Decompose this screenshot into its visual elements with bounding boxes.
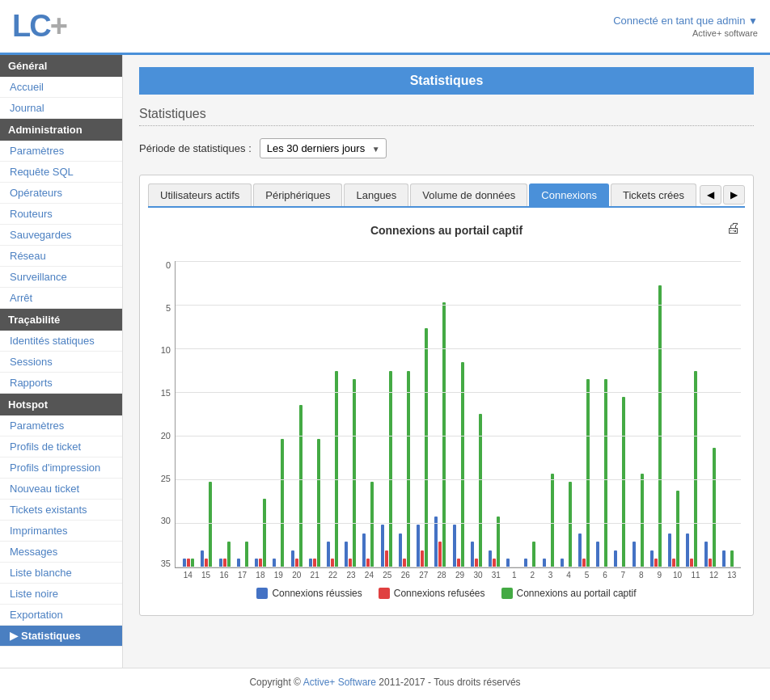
sidebar-item-operateurs[interactable]: Opérateurs: [0, 183, 122, 204]
sidebar-item-requete-sql[interactable]: Requête SQL: [0, 162, 122, 183]
connected-text[interactable]: Connecté en tant que admin: [613, 15, 745, 27]
sidebar-item-arret[interactable]: Arrêt: [0, 288, 122, 309]
sidebar-item-accueil[interactable]: Accueil: [0, 77, 122, 98]
sidebar-item-liste-noire[interactable]: Liste noire: [0, 584, 122, 605]
day-group: [719, 550, 737, 567]
day-group: [665, 491, 683, 567]
bar-blue: [309, 559, 312, 567]
dropdown-arrow[interactable]: ▼: [748, 15, 758, 27]
day-group: [324, 371, 341, 567]
bar-green: [658, 285, 662, 567]
day-group: [197, 482, 215, 567]
content: Statistiques Statistiques Période de sta…: [123, 55, 770, 668]
tabs-container: Utilisateurs actifs Périphériques Langue…: [139, 175, 754, 616]
y-axis-label: 10: [152, 346, 171, 355]
x-axis-label: 24: [360, 571, 378, 580]
bar-green: [569, 482, 572, 567]
bar-green: [227, 542, 231, 567]
tab-tickets-crees[interactable]: Tickets crées: [611, 183, 696, 206]
sidebar-item-messages[interactable]: Messages: [0, 542, 122, 563]
bar-green: [263, 499, 266, 567]
bar-red: [654, 559, 658, 567]
x-axis-label: 17: [233, 571, 251, 580]
y-axis: 35302520151050: [152, 261, 175, 568]
bar-red: [690, 559, 693, 567]
sidebar-item-sessions[interactable]: Sessions: [0, 352, 122, 373]
x-axis-label: 5: [578, 571, 595, 580]
legend-refusees: Connexions refusées: [379, 588, 485, 599]
x-axis-label: 3: [541, 571, 559, 580]
bar-blue: [668, 533, 671, 567]
tab-peripheriques[interactable]: Périphériques: [253, 183, 342, 206]
bar-blue: [578, 533, 582, 567]
day-group: [629, 474, 647, 567]
tracability-section-header: Traçabilité: [0, 309, 122, 331]
day-group: [306, 439, 324, 567]
day-group: [269, 439, 287, 567]
y-axis-label: 30: [152, 517, 171, 525]
sidebar-item-statistiques[interactable]: ▶ Statistiques: [0, 626, 122, 647]
x-axis-label: 20: [288, 571, 306, 580]
tab-volume-donnees[interactable]: Volume de données: [410, 183, 527, 206]
sidebar-item-nouveau-ticket[interactable]: Nouveau ticket: [0, 479, 122, 500]
tab-prev-button[interactable]: ◀: [700, 185, 721, 205]
period-select-wrapper[interactable]: Les 7 derniers jours Les 30 derniers jou…: [260, 138, 387, 158]
bar-green: [299, 405, 302, 567]
day-group: [287, 405, 305, 567]
x-labels: 1415161718192021222324252627282930311234…: [152, 571, 741, 580]
logo: LC +: [12, 9, 68, 44]
tab-utilisateurs-actifs[interactable]: Utilisateurs actifs: [148, 183, 252, 206]
bar-red: [421, 550, 424, 567]
statistiques-label: Statistiques: [21, 630, 81, 642]
sidebar-item-identites[interactable]: Identités statiques: [0, 331, 122, 352]
bar-green: [676, 491, 679, 567]
tab-connexions[interactable]: Connexions: [529, 183, 609, 206]
bars-group: [180, 261, 737, 567]
sidebar-item-reseau[interactable]: Réseau: [0, 246, 122, 267]
sidebar-item-profils-ticket[interactable]: Profils de ticket: [0, 436, 122, 458]
legend-reussies: Connexions réussies: [256, 588, 362, 599]
bar-blue: [524, 559, 527, 567]
legend-label-portail: Connexions au portail captif: [517, 588, 637, 599]
day-group: [647, 285, 665, 567]
period-select[interactable]: Les 7 derniers jours Les 30 derniers jou…: [260, 138, 387, 158]
sidebar-item-imprimantes[interactable]: Imprimantes: [0, 521, 122, 542]
bar-green: [370, 482, 374, 567]
footer-software-link[interactable]: Active+ Software: [303, 677, 376, 688]
bar-blue: [434, 517, 438, 567]
bar-blue: [273, 559, 276, 567]
sidebar-item-rapports[interactable]: Rapports: [0, 373, 122, 394]
sidebar-item-journal[interactable]: Journal: [0, 98, 122, 119]
sidebar-item-routeurs[interactable]: Routeurs: [0, 204, 122, 225]
sidebar-item-liste-blanche[interactable]: Liste blanche: [0, 563, 122, 584]
sidebar-item-param-hotspot[interactable]: Paramètres: [0, 415, 122, 436]
bar-red: [457, 559, 460, 567]
tab-langues[interactable]: Langues: [344, 183, 408, 206]
tab-next-button[interactable]: ▶: [723, 185, 745, 205]
x-axis-label: 15: [197, 571, 214, 580]
x-axis-label: 9: [650, 571, 668, 580]
x-axis-label: 22: [324, 571, 341, 580]
sidebar-item-parametres[interactable]: Paramètres: [0, 141, 122, 162]
y-axis-label: 35: [152, 559, 171, 568]
bar-green: [209, 482, 212, 567]
legend-label-refusees: Connexions refusées: [394, 588, 485, 599]
sidebar-item-tickets-existants[interactable]: Tickets existants: [0, 500, 122, 521]
sidebar-item-exportation[interactable]: Exportation: [0, 605, 122, 626]
bar-blue: [650, 550, 654, 567]
x-axis-label: 29: [451, 571, 468, 580]
sidebar-item-surveillance[interactable]: Surveillance: [0, 267, 122, 288]
bar-blue: [632, 542, 636, 567]
bar-red: [493, 559, 496, 567]
day-group: [378, 371, 396, 567]
sidebar-item-sauvegardes[interactable]: Sauvegardes: [0, 225, 122, 246]
period-label: Période de statistiques :: [139, 142, 252, 154]
sidebar-item-profils-impression[interactable]: Profils d'impression: [0, 458, 122, 479]
day-group: [234, 542, 252, 567]
x-axis-label: 10: [668, 571, 686, 580]
section-title: Statistiques: [139, 107, 754, 126]
day-group: [611, 397, 628, 567]
y-axis-label: 5: [152, 304, 171, 313]
print-icon[interactable]: 🖨: [726, 220, 741, 237]
bar-red: [582, 559, 586, 567]
